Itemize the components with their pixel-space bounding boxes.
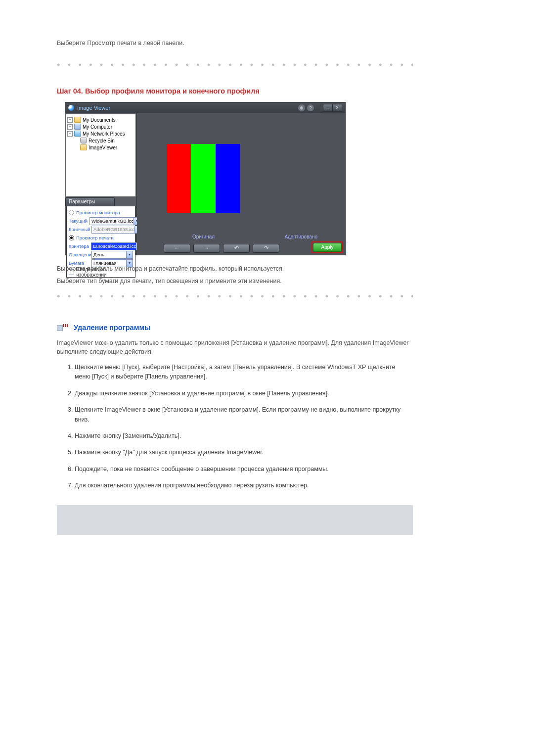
step-item: Нажмите кнопку "Да" для запуск процесса … — [75, 448, 413, 457]
chevron-down-icon[interactable]: ▾ — [126, 251, 133, 258]
printer-profile-select[interactable]: EuroscaleCoated.icc ▾ — [91, 242, 143, 250]
caption-adapted: Адаптировано — [284, 234, 317, 239]
field-label: Конечный — [69, 227, 89, 232]
post-para-1: Выберите профиль монитора и распечатайте… — [57, 264, 413, 274]
radio-print-view[interactable] — [69, 235, 74, 240]
tree-label: My Network Places — [83, 131, 125, 137]
tree-item[interactable]: ImageViewer — [73, 144, 134, 151]
field-label: Освещение — [69, 252, 89, 257]
caption-original: Оригинал — [192, 234, 215, 239]
step-item: Дважды щелкните значок [Установка и удал… — [75, 389, 413, 398]
step-item: Для окончательного удаления программы не… — [75, 481, 413, 490]
field-label: Текущий — [69, 218, 88, 224]
window-title: Image Viewer — [77, 105, 110, 111]
step-item: Подождите, пока не появится сообщение о … — [75, 465, 413, 474]
preview-red-stripe — [167, 144, 191, 213]
preview-panel: Оригинал Адаптировано ← → ↶ ↷ Apply — [137, 113, 345, 255]
nav-controls: ← → ↶ ↷ — [164, 244, 279, 253]
app-icon — [68, 105, 74, 111]
lighting-select[interactable]: День ▾ — [91, 251, 133, 259]
current-profile-select[interactable]: WideGamutRGB.icc ▾ — [89, 217, 140, 225]
tree-item[interactable]: Recycle Bin — [73, 137, 134, 144]
titlebar: Image Viewer ⊕ ? – × — [65, 102, 345, 113]
network-icon — [74, 131, 81, 137]
folder-icon — [80, 144, 87, 150]
nav-back-button[interactable]: ← — [164, 244, 190, 253]
minimize-button[interactable]: – — [323, 104, 332, 111]
tree-item[interactable]: + My Computer — [67, 123, 134, 130]
apply-highlight: Apply — [312, 241, 343, 253]
tree-label: ImageViewer — [89, 145, 117, 150]
help-button[interactable]: ? — [307, 104, 314, 111]
select-value: День — [93, 252, 104, 257]
folder-icon — [74, 117, 81, 123]
select-value: AdobeRGB1998.icc — [93, 227, 134, 232]
nav-forward-button[interactable]: → — [193, 244, 220, 253]
uninstall-heading: Удаление программы — [74, 324, 151, 331]
post-para-2: Выберите тип бумаги для печати, тип осве… — [57, 277, 413, 286]
expand-icon[interactable]: + — [67, 131, 73, 137]
radio-label: Просмотр монитора — [76, 210, 120, 215]
apply-button[interactable]: Apply — [313, 243, 342, 252]
intro-text: Выберите Просмотр печати в левой панели. — [57, 40, 413, 47]
expand-icon[interactable]: + — [67, 117, 73, 123]
footer-bar — [57, 505, 413, 535]
tree-item[interactable]: + My Documents — [67, 116, 134, 123]
preview-green-stripe — [191, 144, 215, 213]
separator-dots: ● ● ● ● ● ● ● ● ● ● ● ● ● ● ● ● ● ● ● ● … — [57, 293, 413, 299]
close-button[interactable]: × — [332, 104, 342, 111]
expand-icon[interactable]: + — [67, 124, 73, 130]
zoom-button[interactable]: ⊕ — [298, 104, 305, 111]
tree-label: Recycle Bin — [89, 138, 115, 143]
params-tab[interactable]: Параметры — [65, 197, 115, 206]
rotate-left-button[interactable]: ↶ — [223, 244, 250, 253]
uninstall-steps: Щелкните меню [Пуск], выберите [Настройк… — [63, 363, 413, 490]
folder-tree[interactable]: + My Documents + My Computer + My Networ… — [66, 114, 135, 196]
uninstall-icon — [57, 324, 69, 331]
radio-monitor-view[interactable] — [69, 210, 74, 215]
preview-image — [167, 144, 240, 213]
tree-label: My Computer — [83, 124, 112, 130]
step-item: Щелкните ImageViewer в окне [Установка и… — [75, 405, 413, 425]
uninstall-intro: ImageViewer можно удалить только с помощ… — [57, 338, 413, 357]
left-panel: + My Documents + My Computer + My Networ… — [65, 113, 137, 255]
window-controls: – × — [323, 104, 342, 112]
target-profile-select: AdobeRGB1998.icc ▾ — [91, 226, 141, 234]
rotate-right-button[interactable]: ↷ — [253, 244, 279, 253]
tree-label: My Documents — [83, 117, 116, 123]
field-label: принтера — [69, 243, 89, 249]
recyclebin-icon — [80, 138, 87, 143]
step-item: Щелкните меню [Пуск], выберите [Настройк… — [75, 363, 413, 382]
computer-icon — [74, 124, 81, 130]
step-item: Нажмите кнопку [Заменить/Удалить]. — [75, 431, 413, 441]
tree-item[interactable]: + My Network Places — [67, 130, 134, 137]
separator-dots: ● ● ● ● ● ● ● ● ● ● ● ● ● ● ● ● ● ● ● ● … — [57, 61, 413, 67]
step-04-heading: Шаг 04. Выбор профиля монитора и конечно… — [57, 87, 413, 95]
select-value: EuroscaleCoated.icc — [93, 243, 136, 249]
preview-blue-stripe — [216, 144, 240, 213]
select-value: WideGamutRGB.icc — [91, 218, 134, 224]
radio-label: Просмотр печати — [76, 235, 114, 240]
image-viewer-window: Image Viewer ⊕ ? – × + My Documents — [65, 102, 346, 255]
